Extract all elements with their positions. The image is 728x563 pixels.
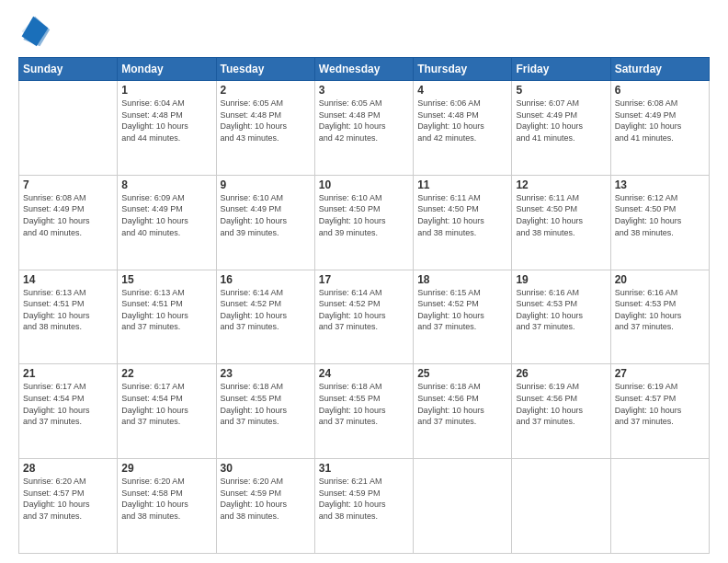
calendar-cell: 12Sunrise: 6:11 AM Sunset: 4:50 PM Dayli… <box>512 175 610 270</box>
calendar-cell: 30Sunrise: 6:20 AM Sunset: 4:59 PM Dayli… <box>216 459 314 554</box>
day-number: 7 <box>23 178 113 191</box>
calendar-cell: 13Sunrise: 6:12 AM Sunset: 4:50 PM Dayli… <box>610 175 709 270</box>
calendar-cell: 10Sunrise: 6:10 AM Sunset: 4:50 PM Dayli… <box>314 175 413 270</box>
day-number: 1 <box>121 84 211 97</box>
day-number: 17 <box>319 273 409 286</box>
day-info: Sunrise: 6:10 AM Sunset: 4:50 PM Dayligh… <box>319 192 409 238</box>
calendar-header-tuesday: Tuesday <box>216 58 314 81</box>
day-info: Sunrise: 6:13 AM Sunset: 4:51 PM Dayligh… <box>121 287 211 333</box>
day-number: 6 <box>615 84 705 97</box>
day-info: Sunrise: 6:13 AM Sunset: 4:51 PM Dayligh… <box>23 287 113 333</box>
day-info: Sunrise: 6:16 AM Sunset: 4:53 PM Dayligh… <box>516 287 606 333</box>
day-info: Sunrise: 6:11 AM Sunset: 4:50 PM Dayligh… <box>417 192 507 238</box>
calendar-week-4: 28Sunrise: 6:20 AM Sunset: 4:57 PM Dayli… <box>19 459 710 554</box>
calendar-header-sunday: Sunday <box>19 58 118 81</box>
day-info: Sunrise: 6:19 AM Sunset: 4:56 PM Dayligh… <box>516 381 606 427</box>
day-info: Sunrise: 6:21 AM Sunset: 4:59 PM Dayligh… <box>319 476 409 522</box>
day-number: 20 <box>615 273 705 286</box>
day-info: Sunrise: 6:09 AM Sunset: 4:49 PM Dayligh… <box>121 192 211 238</box>
day-number: 18 <box>417 273 507 286</box>
calendar-cell <box>414 459 512 554</box>
calendar-week-0: 1Sunrise: 6:04 AM Sunset: 4:48 PM Daylig… <box>19 81 710 176</box>
day-info: Sunrise: 6:18 AM Sunset: 4:56 PM Dayligh… <box>417 381 507 427</box>
day-info: Sunrise: 6:12 AM Sunset: 4:50 PM Dayligh… <box>615 192 705 238</box>
calendar-cell: 1Sunrise: 6:04 AM Sunset: 4:48 PM Daylig… <box>118 81 216 176</box>
day-info: Sunrise: 6:17 AM Sunset: 4:54 PM Dayligh… <box>23 381 113 427</box>
calendar-cell: 18Sunrise: 6:15 AM Sunset: 4:52 PM Dayli… <box>414 270 512 364</box>
day-number: 28 <box>23 462 113 475</box>
day-number: 30 <box>221 462 311 475</box>
calendar-cell: 23Sunrise: 6:18 AM Sunset: 4:55 PM Dayli… <box>216 364 314 459</box>
calendar-cell: 31Sunrise: 6:21 AM Sunset: 4:59 PM Dayli… <box>314 459 413 554</box>
header <box>18 15 710 48</box>
calendar-table: SundayMondayTuesdayWednesdayThursdayFrid… <box>18 57 710 554</box>
page: SundayMondayTuesdayWednesdayThursdayFrid… <box>0 0 728 563</box>
calendar-header-monday: Monday <box>118 58 216 81</box>
day-number: 4 <box>417 84 507 97</box>
day-info: Sunrise: 6:14 AM Sunset: 4:52 PM Dayligh… <box>221 287 311 333</box>
calendar-cell: 7Sunrise: 6:08 AM Sunset: 4:49 PM Daylig… <box>19 175 118 270</box>
day-info: Sunrise: 6:11 AM Sunset: 4:50 PM Dayligh… <box>516 192 606 238</box>
logo <box>18 15 55 48</box>
day-info: Sunrise: 6:10 AM Sunset: 4:49 PM Dayligh… <box>221 192 311 238</box>
svg-marker-2 <box>22 17 49 46</box>
calendar-cell: 21Sunrise: 6:17 AM Sunset: 4:54 PM Dayli… <box>19 364 118 459</box>
day-info: Sunrise: 6:18 AM Sunset: 4:55 PM Dayligh… <box>221 381 311 427</box>
day-number: 8 <box>121 178 211 191</box>
day-info: Sunrise: 6:05 AM Sunset: 4:48 PM Dayligh… <box>319 98 409 144</box>
day-number: 16 <box>221 273 311 286</box>
calendar-week-1: 7Sunrise: 6:08 AM Sunset: 4:49 PM Daylig… <box>19 175 710 270</box>
calendar-cell: 22Sunrise: 6:17 AM Sunset: 4:54 PM Dayli… <box>118 364 216 459</box>
day-number: 2 <box>221 84 311 97</box>
calendar-header-friday: Friday <box>512 58 610 81</box>
calendar-cell: 17Sunrise: 6:14 AM Sunset: 4:52 PM Dayli… <box>314 270 413 364</box>
calendar-cell: 26Sunrise: 6:19 AM Sunset: 4:56 PM Dayli… <box>512 364 610 459</box>
day-info: Sunrise: 6:15 AM Sunset: 4:52 PM Dayligh… <box>417 287 507 333</box>
calendar-cell: 2Sunrise: 6:05 AM Sunset: 4:48 PM Daylig… <box>216 81 314 176</box>
calendar-cell: 3Sunrise: 6:05 AM Sunset: 4:48 PM Daylig… <box>314 81 413 176</box>
day-number: 19 <box>516 273 606 286</box>
logo-icon <box>18 15 51 48</box>
day-info: Sunrise: 6:08 AM Sunset: 4:49 PM Dayligh… <box>23 192 113 238</box>
calendar-week-2: 14Sunrise: 6:13 AM Sunset: 4:51 PM Dayli… <box>19 270 710 364</box>
day-info: Sunrise: 6:20 AM Sunset: 4:58 PM Dayligh… <box>121 476 211 522</box>
calendar-cell: 11Sunrise: 6:11 AM Sunset: 4:50 PM Dayli… <box>414 175 512 270</box>
day-info: Sunrise: 6:06 AM Sunset: 4:48 PM Dayligh… <box>417 98 507 144</box>
day-number: 25 <box>417 367 507 380</box>
calendar-cell <box>512 459 610 554</box>
calendar-cell: 25Sunrise: 6:18 AM Sunset: 4:56 PM Dayli… <box>414 364 512 459</box>
day-info: Sunrise: 6:20 AM Sunset: 4:57 PM Dayligh… <box>23 476 113 522</box>
day-info: Sunrise: 6:16 AM Sunset: 4:53 PM Dayligh… <box>615 287 705 333</box>
day-number: 26 <box>516 367 606 380</box>
day-info: Sunrise: 6:20 AM Sunset: 4:59 PM Dayligh… <box>221 476 311 522</box>
day-number: 24 <box>319 367 409 380</box>
calendar-cell <box>610 459 709 554</box>
day-number: 27 <box>615 367 705 380</box>
calendar-cell: 4Sunrise: 6:06 AM Sunset: 4:48 PM Daylig… <box>414 81 512 176</box>
calendar-cell: 15Sunrise: 6:13 AM Sunset: 4:51 PM Dayli… <box>118 270 216 364</box>
calendar-cell: 8Sunrise: 6:09 AM Sunset: 4:49 PM Daylig… <box>118 175 216 270</box>
day-number: 13 <box>615 178 705 191</box>
day-info: Sunrise: 6:05 AM Sunset: 4:48 PM Dayligh… <box>221 98 311 144</box>
day-number: 21 <box>23 367 113 380</box>
calendar-header-thursday: Thursday <box>414 58 512 81</box>
calendar-header-wednesday: Wednesday <box>314 58 413 81</box>
calendar-cell: 5Sunrise: 6:07 AM Sunset: 4:49 PM Daylig… <box>512 81 610 176</box>
day-number: 15 <box>121 273 211 286</box>
day-info: Sunrise: 6:07 AM Sunset: 4:49 PM Dayligh… <box>516 98 606 144</box>
calendar-header-row: SundayMondayTuesdayWednesdayThursdayFrid… <box>19 58 710 81</box>
calendar-cell: 29Sunrise: 6:20 AM Sunset: 4:58 PM Dayli… <box>118 459 216 554</box>
calendar-cell: 19Sunrise: 6:16 AM Sunset: 4:53 PM Dayli… <box>512 270 610 364</box>
day-number: 14 <box>23 273 113 286</box>
calendar-cell: 28Sunrise: 6:20 AM Sunset: 4:57 PM Dayli… <box>19 459 118 554</box>
day-info: Sunrise: 6:04 AM Sunset: 4:48 PM Dayligh… <box>121 98 211 144</box>
calendar-week-3: 21Sunrise: 6:17 AM Sunset: 4:54 PM Dayli… <box>19 364 710 459</box>
day-number: 29 <box>121 462 211 475</box>
day-info: Sunrise: 6:17 AM Sunset: 4:54 PM Dayligh… <box>121 381 211 427</box>
calendar-cell <box>19 81 118 176</box>
calendar-cell: 27Sunrise: 6:19 AM Sunset: 4:57 PM Dayli… <box>610 364 709 459</box>
day-number: 11 <box>417 178 507 191</box>
day-number: 10 <box>319 178 409 191</box>
day-info: Sunrise: 6:14 AM Sunset: 4:52 PM Dayligh… <box>319 287 409 333</box>
calendar-cell: 14Sunrise: 6:13 AM Sunset: 4:51 PM Dayli… <box>19 270 118 364</box>
